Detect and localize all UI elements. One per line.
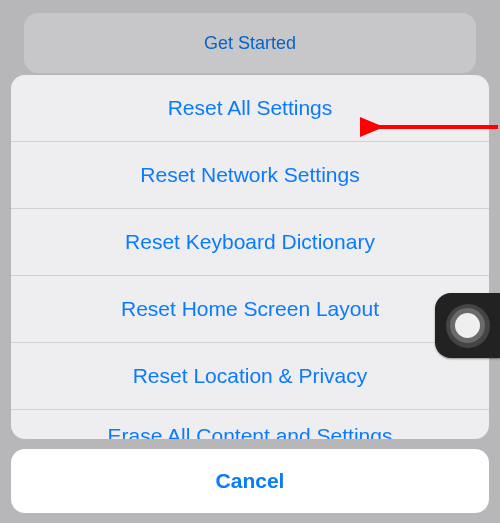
reset-all-settings-button[interactable]: Reset All Settings (11, 75, 489, 142)
sheet-item-label: Reset Location & Privacy (133, 364, 368, 388)
reset-network-settings-button[interactable]: Reset Network Settings (11, 142, 489, 209)
sheet-item-label: Reset All Settings (168, 96, 333, 120)
assistive-touch-icon (446, 304, 490, 348)
action-sheet: Reset All Settings Reset Network Setting… (11, 75, 489, 439)
sheet-item-label: Reset Keyboard Dictionary (125, 230, 375, 254)
get-started-card: Get Started (24, 13, 476, 73)
cancel-button[interactable]: Cancel (11, 449, 489, 513)
reset-location-privacy-button[interactable]: Reset Location & Privacy (11, 343, 489, 410)
sheet-item-label-partial: Erase All Content and Settings (108, 424, 393, 439)
action-sheet-container: Reset All Settings Reset Network Setting… (11, 75, 489, 513)
reset-keyboard-dictionary-button[interactable]: Reset Keyboard Dictionary (11, 209, 489, 276)
erase-all-content-partial: Erase All Content and Settings (11, 410, 489, 439)
get-started-label: Get Started (204, 33, 296, 54)
sheet-item-label: Reset Network Settings (140, 163, 359, 187)
reset-home-screen-layout-button[interactable]: Reset Home Screen Layout (11, 276, 489, 343)
cancel-label: Cancel (216, 469, 285, 493)
background-layer: Get Started (0, 0, 500, 73)
assistive-touch-button[interactable] (435, 293, 500, 358)
sheet-item-label: Reset Home Screen Layout (121, 297, 379, 321)
